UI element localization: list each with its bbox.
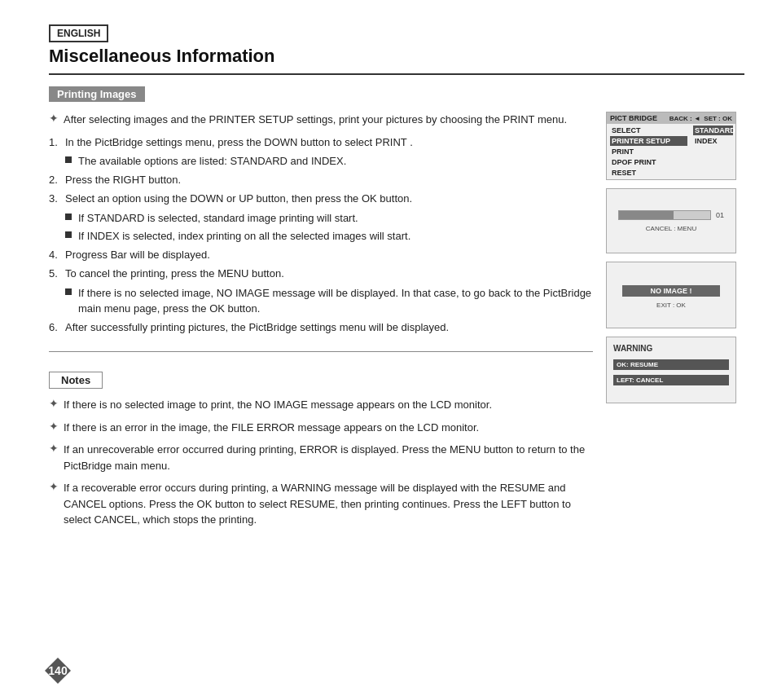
screen1-opt-standard: STANDARD <box>693 125 733 135</box>
step-4-num: 4. <box>49 247 62 263</box>
notes-rule <box>49 351 593 352</box>
progress-bar-inner <box>619 211 674 219</box>
square-bullet-icon-4 <box>65 288 72 295</box>
screen1-title: PICT BRIDGE <box>610 114 657 122</box>
square-bullet-icon <box>65 156 72 163</box>
screen3-content: NO IMAGE ! EXIT : OK <box>607 262 735 328</box>
images-column: PICT BRIDGE BACK : ◄ SET : OK SELECT PRI… <box>606 112 744 684</box>
progress-row: 01 <box>618 210 724 220</box>
notes-bullet-1: ✦ If there is an error in the image, the… <box>49 420 593 436</box>
step-5-sub-text-0: If there is no selected image, NO IMAGE … <box>78 285 593 317</box>
text-column: ✦ After selecting images and the PRINTER… <box>49 112 593 684</box>
step-3-sub-text-0: If STANDARD is selected, standard image … <box>78 210 358 227</box>
steps-list: 1. In the PictBridge settings menu, pres… <box>49 134 593 339</box>
notes-bullet-2: ✦ If an unrecoverable error occurred dur… <box>49 442 593 473</box>
notes-cross-icon-3: ✦ <box>49 480 59 493</box>
screen1-opt-index: INDEX <box>693 136 733 146</box>
step-1-num: 1. <box>49 134 62 151</box>
step-4-text: Progress Bar will be displayed. <box>65 247 210 263</box>
step-5: 5. To cancel the printing, press the MEN… <box>49 266 593 282</box>
exit-ok-text: EXIT : OK <box>656 302 686 309</box>
square-bullet-icon-2 <box>65 214 72 220</box>
step-5-text: To cancel the printing, press the MENU b… <box>65 266 284 282</box>
section-header-wrapper: Printing Images <box>49 86 744 112</box>
screen2-content: 01 CANCEL : MENU <box>607 189 735 250</box>
page-title: Miscellaneous Information <box>49 46 744 67</box>
step-1-sub-text-0: The available options are listed: STANDA… <box>78 153 346 169</box>
notes-section: Notes ✦ If there is no selected image to… <box>49 345 593 535</box>
step-2-text: Press the RIGHT button. <box>65 172 181 188</box>
notes-cross-icon-2: ✦ <box>49 442 59 455</box>
progress-bar-outer <box>618 210 711 220</box>
notes-bullet-0: ✦ If there is no selected image to print… <box>49 397 593 413</box>
step-4: 4. Progress Bar will be displayed. <box>49 247 593 263</box>
notes-label-wrapper: Notes <box>49 359 593 397</box>
step-1: 1. In the PictBridge settings menu, pres… <box>49 134 593 151</box>
notes-text-1: If there is an error in the image, the F… <box>64 420 479 436</box>
main-content: ✦ After selecting images and the PRINTER… <box>49 112 744 684</box>
page-number: 140 <box>48 664 67 677</box>
step-6: 6. After successfully printing pictures,… <box>49 319 593 336</box>
intro-bullet: ✦ After selecting images and the PRINTER… <box>49 112 593 128</box>
screen4: WARNING OK: RESUME LEFT: CANCEL <box>606 337 736 403</box>
screen1: PICT BRIDGE BACK : ◄ SET : OK SELECT PRI… <box>606 112 736 180</box>
section-header: Printing Images <box>49 86 145 102</box>
progress-value: 01 <box>716 211 724 219</box>
ok-resume-btn: OK: RESUME <box>613 359 729 370</box>
step-5-sub-0: If there is no selected image, NO IMAGE … <box>65 285 593 317</box>
step-6-num: 6. <box>49 319 62 336</box>
step-3: 3. Select an option using the DOWN or UP… <box>49 191 593 207</box>
intro-text: After selecting images and the PRINTER S… <box>64 112 567 128</box>
screen1-menu: SELECT PRINTER SETUP PRINT DPOF PRINT RE… <box>607 124 691 179</box>
warning-label: WARNING <box>613 344 729 353</box>
screen1-item-dpof: DPOF PRINT <box>610 157 687 167</box>
screen2: 01 CANCEL : MENU <box>606 188 736 253</box>
screen1-header: PICT BRIDGE BACK : ◄ SET : OK <box>607 112 735 124</box>
step-3-sub-0: If STANDARD is selected, standard image … <box>65 210 593 227</box>
step-3-sub-1: If INDEX is selected, index printing on … <box>65 228 593 244</box>
square-bullet-icon-3 <box>65 231 72 238</box>
screen1-back-ok: BACK : ◄ SET : OK <box>669 115 732 122</box>
step-3-num: 3. <box>49 191 62 207</box>
screen1-item-select: SELECT <box>610 125 687 135</box>
step-2-num: 2. <box>49 172 62 188</box>
screen1-body: SELECT PRINTER SETUP PRINT DPOF PRINT RE… <box>607 124 735 179</box>
step-5-num: 5. <box>49 266 62 282</box>
english-label: ENGLISH <box>49 24 108 42</box>
page-container: ENGLISH Miscellaneous Information Printi… <box>0 0 777 700</box>
step-3-sub-text-1: If INDEX is selected, index printing on … <box>78 228 410 244</box>
screen1-item-reset: RESET <box>610 168 687 178</box>
cancel-menu-text: CANCEL : MENU <box>646 225 696 232</box>
notes-cross-icon-0: ✦ <box>49 397 59 410</box>
step-1-sub-0: The available options are listed: STANDA… <box>65 153 593 169</box>
notes-cross-icon-1: ✦ <box>49 420 59 433</box>
screen3: NO IMAGE ! EXIT : OK <box>606 262 736 328</box>
notes-bullet-3: ✦ If a recoverable error occurs during p… <box>49 480 593 528</box>
notes-text-2: If an unrecoverable error occurred durin… <box>64 442 593 473</box>
step-6-text: After successfully printing pictures, th… <box>65 319 449 336</box>
step-3-text: Select an option using the DOWN or UP bu… <box>65 191 412 207</box>
step-1-text: In the PictBridge settings menu, press t… <box>65 134 413 151</box>
no-image-message: NO IMAGE ! <box>622 285 720 297</box>
english-label-wrapper: ENGLISH <box>49 24 744 46</box>
screen1-item-print: PRINT <box>610 147 687 156</box>
screen1-item-printer-setup: PRINTER SETUP <box>610 136 687 146</box>
step-2: 2. Press the RIGHT button. <box>49 172 593 188</box>
page-number-badge: 140 <box>45 658 71 684</box>
screen4-content: WARNING OK: RESUME LEFT: CANCEL <box>607 337 735 403</box>
bullet-cross-icon: ✦ <box>49 112 59 125</box>
screen1-options: STANDARD INDEX <box>691 124 735 179</box>
notes-text-3: If a recoverable error occurs during pri… <box>64 480 593 528</box>
page-number-area: 140 <box>45 658 71 684</box>
notes-label: Notes <box>49 372 103 389</box>
left-cancel-btn: LEFT: CANCEL <box>613 375 729 385</box>
notes-text-0: If there is no selected image to print, … <box>64 397 492 413</box>
title-rule <box>49 73 744 75</box>
